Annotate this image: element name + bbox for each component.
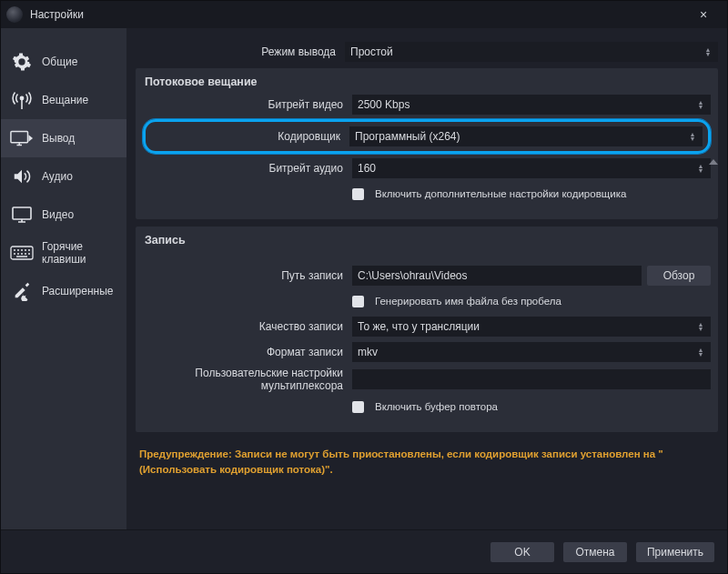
recording-title: Запись: [143, 234, 711, 252]
sidebar-item-label: Вывод: [42, 132, 75, 145]
sidebar-item-output[interactable]: Вывод: [1, 119, 126, 157]
audio-bitrate-select[interactable]: 160 ▲▼: [352, 158, 711, 178]
sidebar-item-general[interactable]: Общие: [1, 43, 126, 81]
obs-logo-icon: [6, 6, 23, 23]
svg-rect-3: [11, 247, 33, 259]
svg-rect-2: [13, 207, 31, 219]
streaming-title: Потоковое вещание: [143, 76, 711, 94]
encoder-select[interactable]: Программный (x264) ▲▼: [349, 126, 703, 146]
audio-bitrate-label: Битрейт аудио: [143, 162, 352, 175]
streaming-section: Потоковое вещание Битрейт видео 2500 Kbp…: [136, 68, 718, 219]
recording-quality-value: То же, что у трансляции: [358, 320, 480, 333]
video-bitrate-value: 2500 Kbps: [358, 98, 410, 111]
output-monitor-icon: [10, 129, 34, 147]
keyboard-icon: [10, 244, 34, 262]
video-bitrate-input[interactable]: 2500 Kbps ▲▼: [352, 95, 711, 115]
recording-format-label: Формат записи: [143, 346, 352, 358]
chevron-updown-icon: ▲▼: [696, 347, 705, 357]
encoder-value: Программный (x264): [355, 130, 460, 143]
recording-path-label: Путь записи: [143, 269, 352, 282]
sidebar-item-hotkeys[interactable]: Горячие клавиши: [1, 234, 126, 272]
antenna-icon: [10, 91, 34, 109]
encoder-label: Кодировщик: [151, 130, 349, 143]
dialog-footer: OK Отмена Применить: [1, 529, 727, 573]
speaker-icon: [10, 167, 34, 186]
chevron-updown-icon: ▲▼: [688, 132, 697, 141]
encoder-highlight: Кодировщик Программный (x264) ▲▼: [143, 119, 711, 154]
window-title: Настройки: [30, 8, 84, 21]
scroll-up-indicator[interactable]: [709, 159, 716, 166]
chevron-updown-icon: ▲▼: [696, 164, 705, 173]
chevron-updown-icon: ▲▼: [696, 322, 705, 331]
output-mode-value: Простой: [350, 45, 393, 58]
filename-no-space-checkbox[interactable]: [352, 296, 364, 307]
chevron-updown-icon: ▲▼: [703, 47, 713, 56]
muxer-input[interactable]: [352, 369, 711, 389]
recording-quality-select[interactable]: То же, что у трансляции ▲▼: [352, 317, 711, 337]
warning-text: Предупреждение: Записи не могут быть при…: [136, 439, 718, 484]
chevron-updown-icon: ▲▼: [696, 100, 705, 109]
advanced-encoder-checkbox[interactable]: [352, 188, 364, 200]
sidebar-item-video[interactable]: Видео: [1, 196, 126, 234]
apply-button[interactable]: Применить: [636, 542, 714, 562]
sidebar: Общие Вещание Вывод Аудио: [1, 28, 126, 529]
sidebar-item-label: Расширенные: [42, 285, 114, 297]
close-button[interactable]: ×: [685, 7, 722, 22]
audio-bitrate-value: 160: [358, 162, 376, 175]
gear-icon: [10, 53, 34, 71]
titlebar: Настройки ×: [1, 1, 727, 28]
sidebar-item-label: Аудио: [42, 170, 73, 183]
sidebar-item-label: Вещание: [42, 94, 88, 106]
svg-rect-1: [11, 132, 28, 143]
recording-quality-label: Качество записи: [143, 320, 352, 333]
monitor-icon: [10, 206, 34, 224]
cancel-button[interactable]: Отмена: [563, 542, 627, 562]
recording-path-input[interactable]: [352, 266, 642, 286]
ok-button[interactable]: OK: [490, 542, 554, 562]
advanced-encoder-check-label: Включить дополнительные настройки кодиро…: [375, 188, 626, 199]
sidebar-item-label: Общие: [42, 55, 77, 68]
recording-section: Запись Путь записи Обзор Генерировать им…: [136, 227, 718, 432]
sidebar-item-advanced[interactable]: Расширенные: [1, 272, 126, 310]
sidebar-item-stream[interactable]: Вещание: [1, 81, 126, 119]
content-pane: Режим вывода Простой ▲▼ Потоковое вещани…: [126, 28, 727, 529]
sidebar-item-label: Видео: [42, 208, 74, 221]
sidebar-item-label: Горячие клавиши: [42, 240, 119, 266]
recording-format-value: mkv: [358, 346, 378, 358]
browse-button[interactable]: Обзор: [647, 266, 711, 286]
tools-icon: [10, 282, 34, 300]
filename-no-space-label: Генерировать имя файла без пробела: [375, 296, 561, 307]
replay-buffer-label: Включить буфер повтора: [375, 401, 498, 412]
output-mode-select[interactable]: Простой ▲▼: [345, 42, 718, 62]
replay-buffer-checkbox[interactable]: [352, 401, 364, 413]
sidebar-item-audio[interactable]: Аудио: [1, 157, 126, 196]
output-mode-label: Режим вывода: [136, 45, 345, 58]
muxer-label: Пользовательские настройки мультиплексор…: [143, 367, 352, 392]
recording-format-select[interactable]: mkv ▲▼: [352, 342, 711, 362]
video-bitrate-label: Битрейт видео: [143, 98, 352, 111]
